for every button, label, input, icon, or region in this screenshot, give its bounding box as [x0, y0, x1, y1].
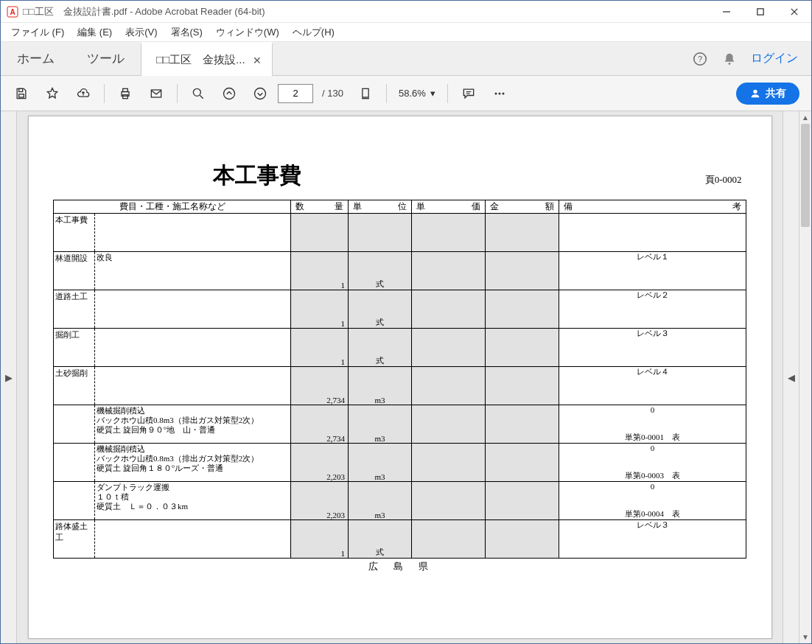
table-cell-name: 機械掘削積込バックホウ山積0.8m3（排出ガス対策型2次）硬質土 旋回角９０°地…	[54, 405, 291, 444]
svg-point-8	[729, 62, 731, 64]
menu-view[interactable]: 表示(V)	[119, 24, 163, 41]
right-panel-toggle[interactable]: ◀	[783, 111, 799, 643]
page-number-input[interactable]	[278, 84, 313, 103]
comment-icon[interactable]	[455, 80, 482, 107]
table-cell-unit: m3	[349, 482, 412, 520]
menu-window[interactable]: ウィンドウ(W)	[210, 24, 285, 41]
maximize-button[interactable]	[743, 1, 777, 23]
th-name: 費目・工種・施工名称など	[54, 200, 291, 214]
svg-point-24	[498, 92, 500, 94]
table-cell-uprice	[412, 444, 486, 482]
menu-edit[interactable]: 編集 (E)	[71, 24, 118, 41]
table-cell-note: 0単第0-0004 表	[559, 482, 746, 520]
next-page-icon[interactable]	[247, 80, 273, 107]
table-cell-unit	[349, 214, 412, 252]
svg-rect-9	[19, 88, 23, 91]
table-cell-uprice	[412, 367, 486, 405]
svg-point-26	[753, 89, 757, 93]
zoom-select[interactable]: 58.6% ▾	[394, 88, 440, 99]
svg-line-16	[200, 95, 203, 98]
scroll-down-icon[interactable]: ▼	[799, 631, 811, 643]
table-cell-name: 林道開設改良	[54, 252, 291, 290]
left-panel-toggle[interactable]: ▶	[1, 111, 17, 643]
svg-point-17	[224, 88, 235, 99]
tab-tools[interactable]: ツール	[71, 42, 141, 75]
table-cell-uprice	[412, 214, 486, 252]
svg-rect-10	[19, 94, 24, 97]
tab-home[interactable]: ホーム	[1, 42, 71, 75]
table-cell-unit: m3	[349, 444, 412, 482]
table-cell-note: レベル３	[559, 329, 746, 367]
menu-file[interactable]: ファイル (F)	[5, 24, 70, 41]
star-icon[interactable]	[39, 80, 66, 107]
table-cell-qty: 1	[291, 329, 349, 367]
doc-footer: 広 島 県	[29, 560, 771, 573]
search-icon[interactable]	[185, 80, 211, 107]
menu-sign[interactable]: 署名(S)	[165, 24, 209, 41]
svg-point-25	[502, 92, 504, 94]
login-link[interactable]: ログイン	[751, 51, 798, 66]
table-cell-amount	[486, 252, 559, 290]
th-amount: 金額	[486, 200, 559, 214]
user-share-icon	[749, 88, 761, 99]
table-cell-note: レベル２	[559, 290, 746, 329]
pdf-page: 本工事費 頁0-0002 費目・工種・施工名称など 数量 単位 単価 金額	[28, 116, 772, 639]
table-cell-qty: 1	[291, 290, 349, 329]
save-icon[interactable]	[8, 80, 35, 107]
scroll-up-icon[interactable]: ▲	[799, 111, 811, 124]
prev-page-icon[interactable]	[216, 80, 242, 107]
more-icon[interactable]	[486, 80, 513, 107]
table-cell-uprice	[412, 482, 486, 520]
table-cell-unit: m3	[349, 405, 412, 444]
window-title: □□工区 金抜設計書.pdf - Adobe Acrobat Reader (6…	[23, 5, 710, 18]
table-cell-name: 本工事費	[54, 214, 291, 252]
fit-page-icon[interactable]	[352, 80, 379, 107]
mail-icon[interactable]	[143, 80, 169, 107]
table-cell-unit: 式	[349, 290, 412, 329]
vertical-scrollbar[interactable]: ▲ ▼	[799, 111, 811, 643]
tab-document[interactable]: □□工区 金抜設... ✕	[141, 42, 273, 76]
table-cell-unit: 式	[349, 520, 412, 559]
table-cell-amount	[486, 214, 559, 252]
toolbar-sep	[177, 84, 178, 103]
table-cell-uprice	[412, 405, 486, 444]
table-cell-uprice	[412, 252, 486, 290]
bell-icon[interactable]	[721, 51, 738, 67]
table-cell-qty: 1	[291, 520, 349, 559]
scroll-track[interactable]	[799, 124, 811, 631]
table-cell-qty: 2,203	[291, 482, 349, 520]
table-cell-amount	[486, 444, 559, 482]
chevron-down-icon: ▾	[430, 88, 435, 99]
minimize-button[interactable]	[710, 1, 743, 23]
toolbar-sep	[447, 84, 448, 103]
share-button[interactable]: 共有	[736, 83, 799, 105]
close-button[interactable]	[777, 1, 811, 23]
table-cell-note	[559, 214, 746, 252]
table-cell-name: 路体盛土工	[54, 520, 291, 559]
svg-rect-19	[363, 88, 368, 97]
titlebar: A □□工区 金抜設計書.pdf - Adobe Acrobat Reader …	[1, 1, 811, 23]
table-cell-amount	[486, 405, 559, 444]
table-cell-name: 道路土工	[54, 290, 291, 329]
table-cell-note: レベル４	[559, 367, 746, 405]
svg-rect-3	[757, 8, 763, 14]
viewer: ▶ 本工事費 頁0-0002 費目・工種・施工名称など 数量	[1, 111, 811, 643]
close-tab-icon[interactable]: ✕	[253, 55, 262, 66]
table-cell-unit: 式	[349, 252, 412, 290]
scroll-thumb[interactable]	[801, 124, 810, 227]
table-cell-amount	[486, 329, 559, 367]
page-scroll[interactable]: 本工事費 頁0-0002 費目・工種・施工名称など 数量 単位 単価 金額	[17, 111, 783, 643]
table-cell-uprice	[412, 290, 486, 329]
page-total-label: / 130	[318, 88, 348, 99]
table-cell-name: 掘削工	[54, 329, 291, 367]
print-icon[interactable]	[112, 80, 139, 107]
svg-point-15	[193, 88, 200, 96]
menu-help[interactable]: ヘルプ(H)	[287, 24, 340, 41]
zoom-value: 58.6%	[399, 88, 426, 99]
toolbar: / 130 58.6% ▾ 共有	[1, 76, 811, 111]
help-icon[interactable]: ?	[692, 51, 708, 67]
svg-point-18	[255, 88, 266, 99]
cloud-upload-icon[interactable]	[70, 80, 97, 107]
svg-rect-12	[123, 88, 128, 91]
tabbar: ホーム ツール □□工区 金抜設... ✕ ? ログイン	[1, 42, 811, 76]
